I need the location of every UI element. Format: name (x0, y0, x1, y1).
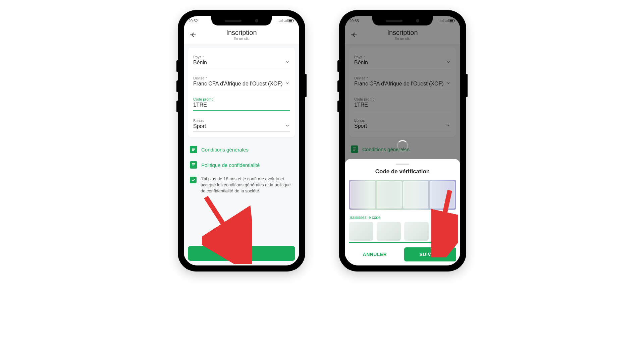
signal-icon (278, 19, 282, 22)
link-label: Politique de confidentialité (201, 162, 260, 168)
captcha-tile (403, 181, 428, 208)
code-box[interactable] (432, 222, 457, 241)
phone-mockup-verification: 20:55 Inscription En un clic (339, 10, 466, 272)
chevron-down-icon (285, 60, 290, 64)
field-label: Devise * (193, 76, 290, 80)
chevron-down-icon (285, 81, 290, 85)
field-value: 1TRE (193, 102, 290, 110)
promo-input[interactable]: Code promo 1TRE (193, 93, 290, 111)
battery-icon (288, 19, 294, 22)
captcha-tile (377, 181, 402, 208)
field-label: Bonus (193, 119, 290, 123)
chevron-down-icon (285, 123, 290, 128)
loading-spinner-icon (397, 140, 408, 152)
signal-icon (283, 19, 287, 22)
field-value: Franc CFA d'Afrique de l'Ouest (XOF) (193, 81, 290, 89)
verification-sheet: Code de vérification Saisissez le code (345, 159, 460, 265)
sheet-handle[interactable] (396, 164, 409, 165)
page-title: Inscription (189, 29, 294, 37)
button-label: ANNULER (363, 252, 387, 257)
button-label: SUIVANT (420, 252, 441, 257)
code-box[interactable] (404, 222, 429, 241)
header: Inscription En un clic (184, 25, 299, 44)
captcha-tile (430, 181, 455, 208)
code-box[interactable] (377, 222, 401, 241)
check-icon (191, 178, 196, 182)
privacy-link[interactable]: Politique de confidentialité (188, 157, 295, 173)
cancel-button[interactable]: ANNULER (349, 247, 401, 261)
document-icon (190, 161, 197, 169)
code-box[interactable] (349, 222, 373, 241)
consent-checkbox[interactable] (190, 177, 197, 183)
field-label: Code promo (193, 97, 290, 101)
consent-text: J'ai plus de 18 ans et je confirme avoir… (201, 176, 293, 194)
link-label: Conditions générales (201, 147, 249, 153)
svg-rect-1 (289, 20, 292, 22)
captcha-image (349, 180, 456, 210)
button-label: S'inscrire (230, 250, 252, 256)
terms-link[interactable]: Conditions générales (188, 142, 295, 157)
phone-mockup-signup: 20:52 Inscription En un clic (178, 10, 305, 272)
currency-select[interactable]: Devise * Franc CFA d'Afrique de l'Ouest … (193, 71, 290, 89)
notch (372, 16, 433, 25)
notch (211, 16, 272, 25)
signup-button[interactable]: S'inscrire (188, 246, 295, 261)
form-card: Pays * Bénin Devise * Franc CFA d'Afriqu… (188, 48, 295, 137)
consent-row: J'ai plus de 18 ans et je confirme avoir… (188, 173, 295, 198)
field-value: Sport (193, 123, 290, 131)
bonus-select[interactable]: Bonus Sport (193, 114, 290, 132)
code-input-row (349, 222, 456, 243)
document-icon (190, 146, 197, 153)
next-button[interactable]: SUIVANT (404, 247, 456, 261)
field-value: Bénin (193, 60, 290, 68)
svg-rect-2 (293, 20, 294, 21)
sheet-title: Code de vérification (349, 168, 456, 175)
page-subtitle: En un clic (189, 37, 294, 41)
status-icons (278, 19, 294, 22)
captcha-tile (350, 181, 375, 208)
field-label: Pays * (193, 55, 290, 59)
code-input-label: Saisissez le code (349, 215, 456, 220)
country-select[interactable]: Pays * Bénin (193, 50, 290, 68)
status-time: 20:52 (189, 19, 198, 23)
